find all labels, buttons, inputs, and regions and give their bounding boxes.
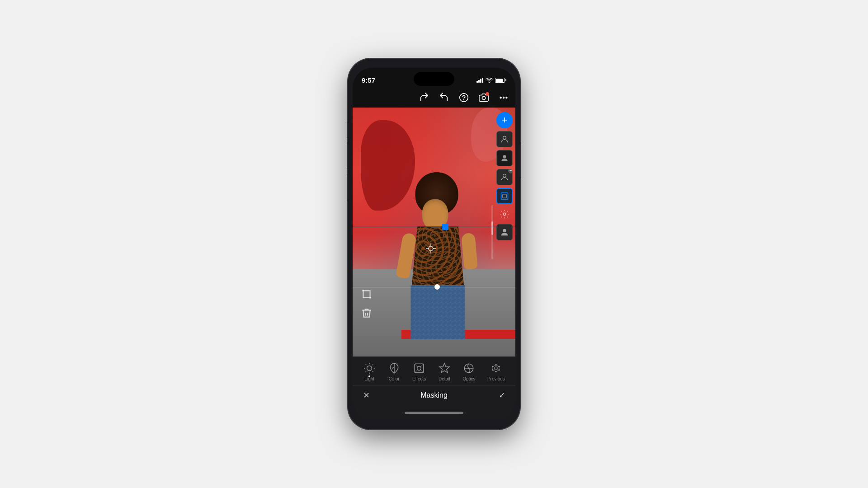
tab-previous[interactable]: Previous [485, 360, 508, 383]
tab-effects[interactable]: Effects [410, 360, 429, 383]
optics-tab-label: Optics [462, 376, 475, 381]
svg-point-13 [503, 155, 506, 158]
svg-point-1 [460, 94, 468, 102]
svg-point-7 [429, 246, 433, 251]
svg-marker-35 [439, 363, 449, 373]
status-bar: 9:57 [353, 68, 515, 88]
mask-handle-blue[interactable] [442, 224, 448, 230]
light-icon [363, 362, 376, 375]
mask-thumb-active[interactable] [496, 188, 513, 204]
help-button[interactable] [458, 91, 470, 104]
mask-thumb-1[interactable] [496, 131, 513, 147]
svg-point-3 [482, 96, 485, 99]
volume-up-button[interactable] [347, 142, 348, 169]
light-active-dot [368, 375, 370, 377]
svg-point-18 [503, 229, 506, 232]
svg-line-46 [496, 370, 499, 372]
phone-frame: 9:57 [348, 59, 520, 429]
mask-minus-badge: − [508, 169, 513, 174]
add-mask-button[interactable]: + [496, 112, 513, 128]
color-tab-label: Color [389, 376, 400, 381]
tab-light[interactable]: Light [360, 360, 378, 383]
svg-line-33 [415, 370, 418, 373]
status-bar-right [476, 76, 506, 84]
home-indicator[interactable] [353, 405, 515, 420]
masking-bar: ✕ Masking ✓ [353, 385, 515, 405]
power-button[interactable] [520, 142, 521, 178]
bottom-left-tools [359, 287, 374, 320]
svg-line-32 [420, 364, 424, 367]
svg-line-27 [373, 365, 373, 366]
mask-thumb-2[interactable] [496, 150, 513, 166]
svg-rect-16 [503, 194, 506, 198]
optics-icon [462, 362, 475, 375]
photo-subject [400, 172, 476, 344]
mask-thumb-3[interactable]: − [496, 169, 513, 185]
delete-tool-button[interactable] [359, 306, 374, 320]
svg-line-26 [366, 371, 367, 372]
svg-point-6 [506, 97, 507, 99]
svg-point-12 [503, 136, 506, 139]
svg-rect-15 [501, 193, 508, 200]
subject-arm-right [461, 233, 478, 270]
wifi-icon [486, 76, 493, 84]
effects-icon [413, 362, 425, 375]
svg-point-4 [500, 97, 501, 99]
svg-point-30 [417, 366, 421, 371]
crop-tool-button[interactable] [359, 287, 374, 301]
svg-point-0 [489, 82, 489, 83]
svg-point-5 [503, 97, 505, 99]
camera-button[interactable] [477, 91, 490, 104]
scroll-thumb [491, 221, 493, 235]
volume-down-button[interactable] [347, 174, 348, 201]
redo-button[interactable] [418, 91, 430, 104]
bottom-toolbar: Light Color [353, 357, 515, 385]
undo-button[interactable] [438, 91, 450, 104]
dynamic-island [414, 72, 454, 86]
top-action-bar [353, 88, 515, 108]
svg-line-23 [373, 371, 373, 372]
mask-thumb-bottom[interactable] [496, 224, 513, 240]
photo-area[interactable]: + [353, 108, 515, 357]
more-button[interactable] [497, 91, 510, 104]
svg-line-47 [493, 370, 496, 372]
status-time: 9:57 [362, 76, 375, 84]
effects-tab-label: Effects [412, 376, 426, 381]
mask-line-top [353, 227, 515, 227]
camera-badge [486, 92, 489, 96]
battery-icon [495, 78, 506, 83]
color-icon [388, 362, 401, 375]
svg-point-19 [367, 366, 372, 371]
detail-icon [438, 362, 451, 375]
tab-detail[interactable]: Detail [435, 360, 453, 383]
svg-line-34 [420, 370, 424, 373]
svg-point-50 [495, 367, 498, 370]
svg-point-17 [503, 213, 506, 216]
right-panel: + [496, 112, 513, 240]
tab-optics[interactable]: Optics [460, 360, 478, 383]
masking-confirm-button[interactable]: ✓ [495, 389, 508, 402]
signal-icon [476, 78, 483, 83]
phone-screen: 9:57 [353, 68, 515, 420]
home-bar [405, 412, 463, 414]
subject-shirt [409, 226, 467, 290]
masking-close-button[interactable]: ✕ [360, 389, 373, 402]
mask-handle-white[interactable] [434, 284, 440, 290]
scroll-indicator [491, 205, 493, 259]
detail-tab-label: Detail [439, 376, 450, 381]
svg-point-14 [503, 174, 506, 177]
previous-icon [490, 362, 502, 375]
svg-line-31 [415, 364, 418, 367]
mask-line-bottom [353, 287, 515, 287]
mask-settings-button[interactable] [497, 207, 512, 221]
masking-title: Masking [373, 391, 495, 399]
svg-line-49 [493, 365, 496, 366]
tab-color[interactable]: Color [385, 360, 403, 383]
subject-jeans [411, 285, 465, 339]
svg-line-22 [366, 365, 367, 366]
previous-tab-label: Previous [487, 376, 505, 381]
toolbar-tabs: Light Color [353, 360, 515, 383]
mask-center-control[interactable] [425, 243, 436, 256]
svg-line-44 [496, 365, 499, 366]
